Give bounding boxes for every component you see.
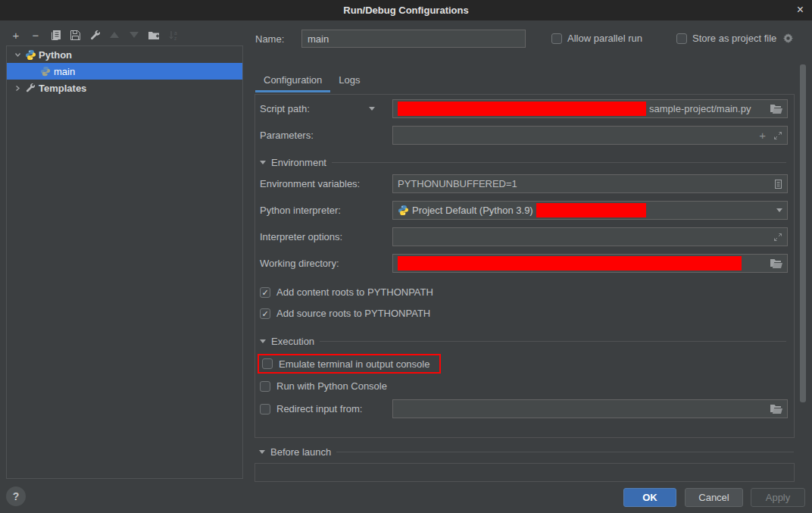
config-tabs: Configuration Logs: [255, 70, 369, 92]
cancel-button[interactable]: Cancel: [685, 488, 743, 507]
allow-parallel-run-checkbox[interactable]: Allow parallel run: [551, 33, 642, 44]
move-up-icon[interactable]: [105, 28, 124, 42]
before-launch-task-list[interactable]: [255, 463, 795, 482]
expand-icon[interactable]: [773, 233, 782, 242]
before-launch-section-header: Before launch: [259, 446, 794, 458]
collapse-triangle-icon[interactable]: [259, 450, 265, 454]
execution-section-header: Execution: [260, 335, 786, 347]
svg-text:z: z: [174, 35, 176, 40]
script-path-dropdown-icon[interactable]: [369, 107, 375, 111]
execution-section-label: Execution: [271, 336, 314, 347]
interpreter-options-field[interactable]: [392, 227, 788, 246]
copy-icon[interactable]: [45, 28, 65, 42]
remove-icon[interactable]: −: [26, 28, 45, 42]
folder-icon[interactable]: [770, 104, 782, 114]
emulate-terminal-checkbox[interactable]: [262, 358, 273, 369]
tab-logs[interactable]: Logs: [330, 70, 368, 92]
redaction-block: [398, 102, 646, 116]
save-icon[interactable]: [65, 28, 85, 42]
redirect-input-label: Redirect input from:: [276, 403, 362, 414]
tree-item-main[interactable]: main: [7, 63, 242, 80]
checkbox-checked-icon[interactable]: ✓: [260, 308, 270, 319]
parameters-row: Parameters: +: [255, 126, 794, 145]
collapse-triangle-icon[interactable]: [260, 161, 266, 164]
sort-configurations-icon[interactable]: az: [164, 28, 183, 42]
tree-item-templates-group[interactable]: Templates: [7, 80, 242, 96]
environment-variables-row: Environment variables: PYTHONUNBUFFERED=…: [255, 174, 794, 193]
python-interpreter-value: Project Default (Python 3.9): [412, 205, 533, 216]
run-with-python-console-checkbox[interactable]: Run with Python Console: [260, 380, 387, 392]
chevron-down-icon[interactable]: [776, 208, 782, 212]
environment-variables-field[interactable]: PYTHONUNBUFFERED=1: [392, 174, 788, 193]
browse-list-icon[interactable]: [774, 179, 782, 189]
edit-templates-wrench-icon[interactable]: [85, 28, 105, 42]
interpreter-options-row: Interpreter options:: [255, 227, 794, 246]
tree-item-label: Python: [39, 49, 72, 61]
environment-variables-value: PYTHONUNBUFFERED=1: [398, 178, 517, 189]
chevron-down-icon[interactable]: [11, 51, 23, 59]
emulate-terminal-label: Emulate terminal in output console: [279, 358, 429, 370]
configurations-toolbar: + − az: [6, 27, 183, 42]
add-source-roots-label: Add source roots to PYTHONPATH: [276, 308, 430, 319]
move-down-icon[interactable]: [124, 28, 144, 42]
folder-icon[interactable]: [770, 258, 782, 268]
redirect-input-row: Redirect input from:: [255, 399, 794, 418]
svg-text:a: a: [174, 30, 177, 35]
python-interpreter-combo[interactable]: Project Default (Python 3.9): [392, 201, 788, 220]
folder-icon[interactable]: [770, 404, 782, 414]
redirect-input-checkbox[interactable]: [260, 404, 270, 414]
run-with-python-console-label: Run with Python Console: [276, 380, 387, 392]
before-launch-section-label: Before launch: [270, 446, 331, 458]
environment-section-label: Environment: [271, 157, 326, 168]
tab-configuration[interactable]: Configuration: [255, 70, 330, 92]
dialog-titlebar: Run/Debug Configurations ×: [0, 0, 812, 20]
chevron-right-icon[interactable]: [11, 84, 23, 92]
python-interpreter-label: Python interpreter:: [260, 205, 341, 216]
parameters-label: Parameters:: [260, 130, 314, 141]
apply-button[interactable]: Apply: [751, 488, 805, 507]
gear-icon[interactable]: [783, 33, 793, 43]
add-source-roots-checkbox[interactable]: ✓ Add source roots to PYTHONPATH: [260, 308, 430, 319]
working-directory-field[interactable]: [392, 254, 788, 273]
new-folder-icon[interactable]: [144, 28, 164, 42]
python-icon: [23, 49, 37, 61]
store-as-project-file-checkbox[interactable]: Store as project file: [676, 33, 793, 44]
checkbox-icon[interactable]: [551, 33, 562, 44]
environment-section-header: Environment: [260, 156, 786, 168]
configurations-tree: Python main Templates: [6, 45, 243, 479]
checkbox-icon[interactable]: [260, 381, 270, 392]
checkbox-checked-icon[interactable]: ✓: [260, 287, 270, 298]
store-as-project-file-label: Store as project file: [692, 33, 776, 44]
name-input[interactable]: [301, 30, 526, 48]
add-content-roots-checkbox[interactable]: ✓ Add content roots to PYTHONPATH: [260, 286, 433, 298]
redirect-input-field[interactable]: [392, 399, 788, 418]
script-path-field[interactable]: sample-project/main.py: [392, 99, 788, 118]
add-icon[interactable]: +: [6, 28, 26, 42]
working-directory-row: Working directory:: [255, 254, 794, 273]
redaction-block: [536, 203, 646, 217]
script-path-row: Script path: sample-project/main.py: [255, 99, 794, 118]
highlight-annotation-box: Emulate terminal in output console: [258, 354, 441, 374]
checkbox-icon[interactable]: [676, 33, 687, 44]
vertical-scrollbar[interactable]: [800, 64, 806, 402]
ok-button[interactable]: OK: [623, 488, 676, 507]
configuration-form: Script path: sample-project/main.py Para…: [255, 94, 795, 438]
tree-item-python-group[interactable]: Python: [7, 46, 242, 63]
collapse-triangle-icon[interactable]: [260, 339, 266, 343]
add-macro-icon[interactable]: +: [759, 130, 766, 141]
tree-item-label: Templates: [39, 83, 86, 94]
expand-icon[interactable]: [773, 131, 782, 140]
dialog-title: Run/Debug Configurations: [0, 0, 812, 20]
tree-item-label: main: [54, 66, 75, 77]
python-icon: [39, 66, 52, 77]
parameters-field[interactable]: +: [392, 126, 788, 145]
interpreter-options-label: Interpreter options:: [260, 231, 342, 242]
environment-variables-label: Environment variables:: [260, 178, 360, 189]
help-button[interactable]: ?: [6, 486, 26, 506]
script-path-value: sample-project/main.py: [649, 103, 751, 114]
close-icon[interactable]: ×: [797, 0, 804, 20]
python-icon: [398, 205, 409, 216]
name-row: Name:: [255, 30, 526, 48]
wrench-icon: [23, 83, 37, 93]
python-interpreter-row: Python interpreter: Project Default (Pyt…: [255, 201, 794, 220]
